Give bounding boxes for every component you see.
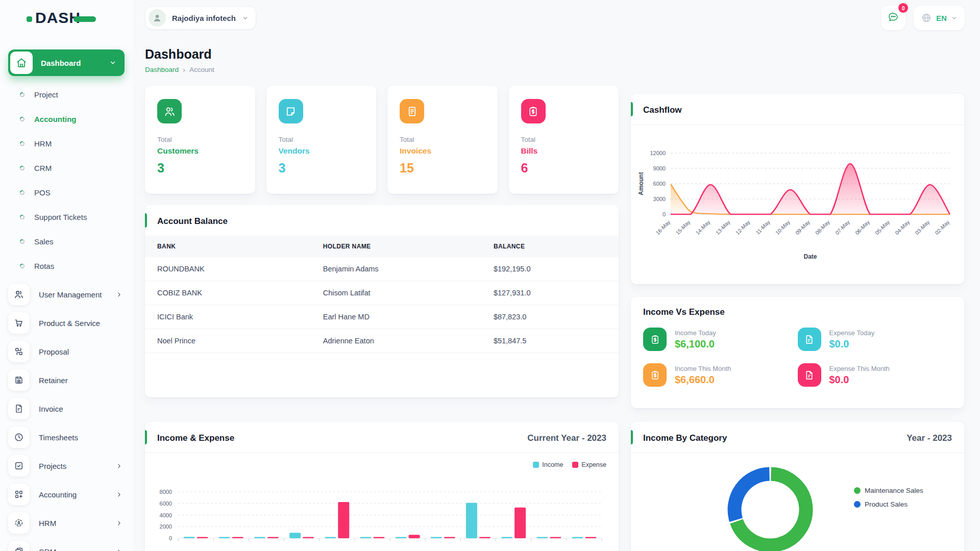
users-icon (157, 99, 182, 123)
svg-text:03-May: 03-May (914, 218, 931, 236)
cell-bank: COBIZ BANK (145, 281, 311, 305)
chevron-down-icon (242, 15, 249, 21)
sidebar-item-label: Dashboard (41, 59, 109, 67)
svg-text:13-May: 13-May (714, 218, 731, 236)
svg-text:Date: Date (803, 253, 817, 260)
sidebar-sublist: Project Accounting HRM CRM POS Support T… (8, 82, 125, 278)
sidebar-item-project[interactable]: Project (8, 82, 125, 107)
income-vs-expense-grid: Income Today $6,100.0 Expense Today $0.0… (631, 318, 964, 393)
logo-bar (74, 16, 96, 22)
svg-text:2000: 2000 (160, 523, 172, 530)
topbar: Rajodiya infotech 0 EN (133, 0, 980, 36)
sidebar-item-retainer[interactable]: Retainer (8, 368, 125, 392)
sidebar-item-crm[interactable]: CRM (8, 156, 125, 180)
stats-row: Total Customers 3 Total Vendors 3 Total … (145, 86, 619, 194)
sidebar-item-label: Project (34, 90, 58, 99)
chevron-down-icon (951, 15, 958, 21)
column-header-bank: BANK (145, 236, 311, 257)
card-title: Account Balance (157, 216, 228, 227)
card-subtitle: Current Year - 2023 (527, 433, 606, 443)
stat-label: Total (157, 136, 243, 143)
left-column: Total Customers 3 Total Vendors 3 Total … (145, 86, 619, 551)
ive-item-income-today: Income Today $6,100.0 (643, 328, 798, 351)
sidebar-item-label: Projects (39, 462, 116, 470)
sidebar-item-crm[interactable]: CRM (8, 539, 125, 551)
chevron-right-icon (116, 291, 122, 298)
sidebar-item-timesheets[interactable]: Timesheets (8, 425, 125, 449)
income-by-category-header: Income By Category Year - 2023 (631, 422, 964, 453)
svg-text:16-May: 16-May (654, 218, 672, 236)
svg-text:12-May: 12-May (734, 218, 751, 236)
cashflow-chart: 0 3000 6000 9000 1200016-May15-May14-May… (631, 125, 963, 278)
chat-icon (887, 11, 899, 25)
bullet-icon (19, 214, 25, 220)
user-menu[interactable]: Rajodiya infotech (145, 6, 256, 30)
ive-label: Expense Today (829, 329, 875, 337)
invoice-doc-icon (8, 398, 30, 419)
stat-value: 15 (400, 161, 485, 176)
sidebar-item-projects[interactable]: Projects (8, 454, 125, 478)
legend-item-expense: Expense (572, 461, 606, 468)
language-selector[interactable]: EN (914, 6, 965, 30)
sidebar: DASH Dashboard Project Accounting HRM CR… (0, 0, 133, 551)
stat-card-customers: Total Customers 3 (145, 86, 255, 194)
account-balance-table: BANK HOLDER NAME BALANCE ROUNDBANK Benja… (145, 236, 619, 353)
topbar-actions: 0 EN (881, 6, 965, 30)
sidebar-item-sales[interactable]: Sales (8, 229, 125, 254)
sidebar-item-hrm[interactable]: HRM (8, 511, 125, 535)
page-title: Dashboard (145, 47, 965, 62)
stat-label: Total (279, 136, 364, 143)
chart-legend: Income Expense (145, 453, 619, 468)
chat-button[interactable]: 0 (881, 6, 905, 30)
svg-text:14-May: 14-May (694, 218, 712, 236)
card-title: Cashflow (643, 105, 682, 115)
sidebar-item-user-management[interactable]: User Management (8, 282, 125, 307)
clipboard-dollar-icon (643, 363, 667, 387)
brand-logo[interactable]: DASH (0, 0, 133, 36)
sidebar-item-accounting[interactable]: Accounting (8, 107, 125, 131)
bullet-icon (19, 239, 25, 244)
chevron-right-icon (116, 463, 122, 469)
sidebar-item-label: HRM (39, 519, 116, 528)
svg-text:6000: 6000 (160, 500, 172, 507)
target-user-icon (8, 512, 30, 534)
donut-legend: Maintenance Sales Product Sales (854, 487, 923, 508)
sidebar-item-pos[interactable]: POS (8, 180, 125, 205)
layout-icon (8, 541, 30, 551)
sidebar-item-accounting[interactable]: Accounting (8, 482, 125, 507)
grid-plus-icon (8, 484, 30, 505)
ive-item-expense-this-month: Expense This Month $0.0 (798, 363, 952, 387)
chevron-right-icon (116, 520, 122, 527)
file-icon (798, 363, 821, 387)
sidebar-item-label: Retainer (39, 376, 125, 385)
stat-card-bills: Total Bills 6 (509, 86, 619, 194)
sidebar-item-invoice[interactable]: Invoice (8, 396, 125, 421)
table-row: Noel Prince Adrienne Eaton $51,847.5 (145, 329, 619, 353)
sidebar-item-label: Support Tickets (34, 213, 87, 221)
sidebar-item-hrm[interactable]: HRM (8, 131, 125, 156)
sidebar-item-support-tickets[interactable]: Support Tickets (8, 205, 125, 229)
breadcrumb-link-dashboard[interactable]: Dashboard (145, 66, 179, 73)
main-content: Dashboard Dashboard › Account Total Cust… (133, 36, 980, 551)
home-icon (10, 52, 33, 74)
bullet-icon (19, 141, 25, 146)
income-vs-expense-header: Income Vs Expense (631, 297, 964, 318)
chevron-right-icon (116, 548, 122, 551)
column-header-balance: BALANCE (481, 236, 619, 257)
ive-value: $0.0 (829, 338, 875, 350)
sidebar-item-label: User Management (39, 290, 116, 299)
sidebar-item-product-and-service[interactable]: Product & Service (8, 311, 125, 335)
sidebar-item-rotas[interactable]: Rotas (8, 254, 125, 278)
card-title: Income By Category (643, 433, 727, 443)
svg-text:09-May: 09-May (794, 218, 812, 236)
sidebar-item-dashboard[interactable]: Dashboard (8, 49, 125, 76)
column-header-holder: HOLDER NAME (311, 236, 481, 257)
ive-value: $6,100.0 (675, 338, 716, 350)
income-expense-header: Income & Expense Current Year - 2023 (145, 422, 619, 453)
sidebar-item-label: Invoice (39, 405, 125, 413)
sidebar-item-label: CRM (34, 164, 52, 172)
ive-item-income-this-month: Income This Month $6,660.0 (643, 363, 798, 387)
cell-bank: ROUNDBANK (145, 257, 311, 281)
expense-legend-swatch (572, 462, 578, 468)
sidebar-item-proposal[interactable]: Proposal (8, 339, 125, 364)
